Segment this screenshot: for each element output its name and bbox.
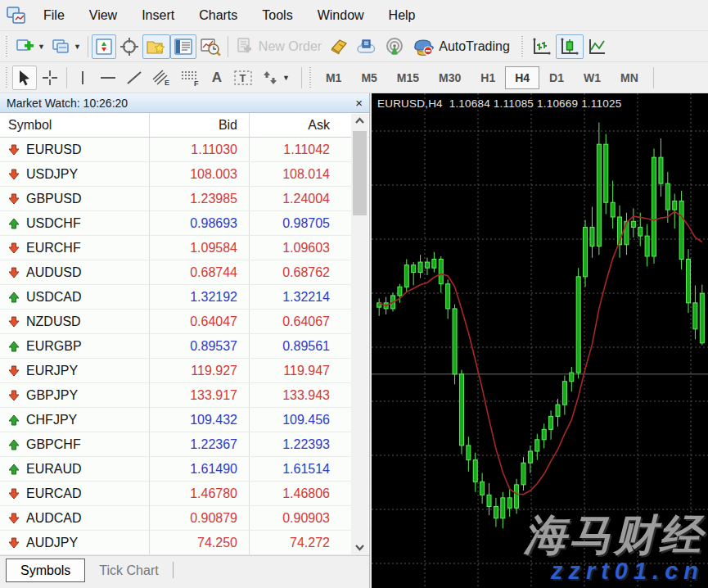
- market-watch-row[interactable]: EURCHF1.095841.09603: [0, 236, 369, 260]
- market-watch-row[interactable]: USDCHF0.986930.98705: [0, 211, 369, 236]
- column-header-ask[interactable]: Ask: [250, 113, 340, 137]
- market-watch-row[interactable]: GBPUSD1.239851.24004: [0, 187, 369, 211]
- timeframe-button-h1[interactable]: H1: [471, 66, 505, 89]
- data-window-button[interactable]: [116, 34, 142, 59]
- symbol-name: EURAUD: [26, 462, 82, 477]
- close-icon[interactable]: ×: [355, 97, 363, 109]
- equidistant-channel-tool-button[interactable]: E: [147, 66, 175, 90]
- toolbar-separator: [66, 67, 67, 88]
- text-label-icon: T: [232, 68, 254, 88]
- fibonacci-tool-button[interactable]: F: [175, 66, 205, 90]
- market-watch-row[interactable]: USDJPY108.003108.014: [0, 162, 369, 187]
- column-header-bid[interactable]: Bid: [150, 113, 250, 137]
- ask-value: 133.943: [250, 383, 340, 407]
- autotrading-icon: [412, 37, 435, 57]
- tester-icon: [200, 37, 221, 57]
- bid-value: 0.98693: [150, 211, 250, 235]
- timeframe-button-m30[interactable]: M30: [429, 66, 471, 89]
- chart-area[interactable]: EURUSD,H4 1.10684 1.11085 1.10669 1.1102…: [370, 93, 708, 588]
- timeframe-button-m5[interactable]: M5: [351, 66, 386, 89]
- toolbar-grip[interactable]: [308, 67, 313, 88]
- scroll-up-icon[interactable]: [351, 114, 368, 128]
- arrow-down-icon: [8, 267, 20, 278]
- market-watch-row[interactable]: EURCAD1.467801.46806: [0, 482, 369, 506]
- bid-value: 0.89537: [150, 334, 250, 358]
- timeframe-button-h4[interactable]: H4: [505, 66, 539, 89]
- strategy-tester-button[interactable]: [196, 34, 224, 59]
- menu-item-insert[interactable]: Insert: [129, 0, 187, 30]
- menu-item-tools[interactable]: Tools: [250, 0, 304, 30]
- bar-chart-type-button[interactable]: [528, 34, 556, 59]
- symbol-name: GBPCHF: [26, 437, 81, 452]
- tab-tick-chart[interactable]: Tick Chart: [85, 559, 172, 582]
- menu-item-window[interactable]: Window: [305, 0, 377, 30]
- navigator-toggle-button[interactable]: [142, 34, 170, 59]
- menu-item-help[interactable]: Help: [377, 0, 428, 30]
- arrow-down-icon: [8, 513, 20, 524]
- new-chart-button[interactable]: ▼: [12, 34, 48, 59]
- market-watch-icon: [95, 38, 113, 56]
- column-header-symbol[interactable]: Symbol: [0, 113, 150, 137]
- menu-item-charts[interactable]: Charts: [187, 0, 250, 30]
- candlestick-chart: [372, 93, 708, 588]
- scroll-down-icon[interactable]: [351, 541, 368, 554]
- ask-value: 1.22393: [250, 432, 340, 456]
- mql-cloud-button[interactable]: [353, 34, 381, 59]
- vertical-line-tool-button[interactable]: [70, 66, 95, 90]
- bid-value: 133.917: [150, 383, 250, 407]
- ask-value: 1.61514: [250, 457, 340, 481]
- timeframe-button-mn[interactable]: MN: [611, 66, 648, 89]
- market-watch-row[interactable]: EURUSD1.110301.11042: [0, 138, 369, 162]
- arrow-down-icon: [8, 390, 20, 401]
- market-watch-row[interactable]: AUDUSD0.687440.68762: [0, 260, 369, 285]
- bid-value: 0.64047: [150, 310, 250, 333]
- market-watch-row[interactable]: EURJPY119.927119.947: [0, 359, 369, 383]
- arrows-tool-button[interactable]: ▼: [257, 66, 293, 90]
- book-icon: [328, 37, 349, 57]
- scrollbar-thumb[interactable]: [353, 131, 367, 215]
- signal-button[interactable]: [381, 34, 408, 59]
- text-label-tool-button[interactable]: T: [229, 66, 257, 90]
- market-watch-row[interactable]: USDCAD1.321921.32214: [0, 285, 369, 310]
- market-watch-row[interactable]: NZDUSD0.640470.64067: [0, 310, 369, 334]
- metaeditor-button[interactable]: [325, 34, 353, 59]
- bid-value: 119.927: [150, 359, 250, 382]
- line-chart-type-button[interactable]: [584, 34, 611, 59]
- crosshair-tool-button[interactable]: [37, 66, 63, 90]
- tab-symbols[interactable]: Symbols: [6, 559, 85, 582]
- market-watch-row[interactable]: AUDCAD0.908790.90903: [0, 506, 369, 531]
- toolbar-grip[interactable]: [4, 67, 10, 88]
- market-watch-row[interactable]: EURAUD1.614901.61514: [0, 457, 369, 482]
- candlestick-chart-type-button[interactable]: [556, 34, 584, 59]
- profiles-button[interactable]: ▼: [48, 34, 84, 59]
- autotrading-button[interactable]: AutoTrading: [408, 34, 513, 59]
- scrollbar[interactable]: [351, 114, 368, 554]
- market-watch-titlebar[interactable]: Market Watch: 10:26:20 ×: [0, 93, 369, 113]
- toolbar-separator: [653, 67, 654, 88]
- timeframe-button-d1[interactable]: D1: [539, 66, 574, 89]
- market-watch-row[interactable]: EURGBP0.895370.89561: [0, 334, 369, 359]
- cursor-icon: [16, 69, 34, 87]
- market-watch-row[interactable]: CHFJPY109.432109.456: [0, 408, 369, 432]
- menu-item-file[interactable]: File: [31, 0, 77, 30]
- market-watch-row[interactable]: GBPCHF1.223671.22393: [0, 432, 369, 457]
- toolbar-separator: [88, 36, 88, 57]
- trendline-tool-button[interactable]: [121, 66, 147, 90]
- toolbar-grip[interactable]: [520, 36, 525, 57]
- cursor-tool-button[interactable]: [12, 66, 37, 90]
- horizontal-line-tool-button[interactable]: [95, 66, 121, 90]
- timeframe-button-m15[interactable]: M15: [387, 66, 429, 89]
- toolbar-grip[interactable]: [4, 36, 10, 57]
- bid-value: 74.250: [150, 531, 250, 554]
- terminal-toggle-button[interactable]: [170, 34, 196, 59]
- symbol-name: USDCAD: [26, 290, 82, 305]
- market-watch-row[interactable]: AUDJPY74.25074.272: [0, 531, 369, 555]
- menu-item-view[interactable]: View: [77, 0, 129, 30]
- ask-value: 74.272: [250, 531, 340, 554]
- market-watch-row[interactable]: GBPJPY133.917133.943: [0, 383, 369, 408]
- timeframe-button-m1[interactable]: M1: [316, 66, 351, 89]
- text-tool-button[interactable]: A: [205, 66, 229, 90]
- timeframe-button-w1[interactable]: W1: [574, 66, 611, 89]
- ask-value: 0.89561: [250, 334, 340, 358]
- market-watch-toggle-button[interactable]: [92, 34, 116, 59]
